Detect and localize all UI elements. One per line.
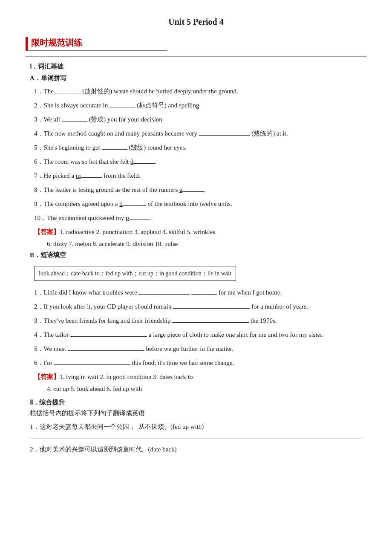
section-header: 限时规范训练 [26, 37, 366, 51]
question-B2: 2．If you look after it, your CD player s… [34, 301, 366, 312]
question-A2: 2．She is always accurate in (标点符号) and s… [34, 100, 366, 111]
blank-A8 [182, 185, 204, 192]
blank-A4 [199, 129, 250, 136]
blank-B2 [173, 302, 250, 309]
question-A1: 1．The (放射性的) waste should be buried deep… [34, 86, 366, 97]
section-header-text: 限时规范训练 [26, 37, 167, 51]
answer-label-A: 【答案】 [34, 228, 60, 235]
blank-B1b [191, 288, 217, 295]
blank-A3 [62, 115, 87, 121]
main-divider [26, 56, 366, 57]
answer-label-B: 【答案】 [34, 373, 60, 380]
part-I-label: Ⅰ．词汇基础 [30, 63, 366, 71]
question-B6: 6．I'm this food; it's time we had some c… [34, 357, 366, 369]
blank-B3 [172, 316, 249, 323]
answers-B-line2: 4. cut up 5. look ahead 6. fed up with [47, 385, 366, 393]
question-B5: 5．We must before we go further in the ma… [34, 343, 366, 355]
question-B3: 3．They've been friends for long and thei… [34, 315, 366, 327]
part-II-label: Ⅱ．综合提升 [30, 399, 366, 407]
blank-A6 [133, 157, 155, 164]
question-A3: 3．We all (赞成) you for your decision. [34, 114, 366, 125]
blank-B4 [70, 330, 147, 337]
answer-block-A: 【答案】1. radioactive 2. punctuation 3. app… [34, 228, 366, 236]
question-A5: 5．She's beginning to get (皱纹) round her … [34, 142, 366, 153]
blank-A9 [123, 199, 146, 206]
part-A-label: A．单词拼写 [30, 74, 366, 82]
question-II1: 1．这对老夫妻每天都去同一个公园， 从不厌烦。(fed up with) [30, 421, 366, 433]
question-A10: 10．The excitement quickened my p. [34, 212, 366, 224]
blank-A10 [129, 213, 150, 220]
blank-A7 [81, 171, 102, 178]
blank-A5 [102, 143, 127, 150]
question-A4: 4．The new method caught on and many peas… [34, 128, 366, 139]
question-II2: 2．他对美术的兴趣可以追溯到孩童时代。(date back) [30, 443, 366, 456]
phrase-box: look ahead；date back to；fed up with；cut … [34, 266, 236, 281]
question-B4: 4．The tailor a large piece of cloth to m… [34, 329, 366, 341]
part-B-label: B．短语填空 [30, 251, 366, 259]
blank-A1 [55, 87, 81, 93]
instruction-II: 根据括号内的提示将下列句子翻译成英语 [30, 409, 366, 417]
blank-A2 [110, 101, 135, 107]
page-title: Unit 5 Period 4 [26, 17, 366, 27]
question-A6: 6．The room was so hot that she felt d. [34, 156, 366, 168]
blank-B6 [54, 358, 130, 365]
question-B1: 1．Little did I know what troubles were f… [34, 287, 366, 298]
answers-A-line2: 6. dizzy 7. melon 8. accelerate 9. divis… [47, 240, 366, 248]
blank-B5 [68, 344, 144, 351]
answers-A-line1: 1. radioactive 2. punctuation 3. applaud… [60, 228, 215, 235]
answer-block-B: 【答案】1. lying in wait 2. in good conditio… [34, 373, 366, 381]
blank-B1a [138, 288, 190, 295]
question-A7: 7．He picked a m from the field. [34, 170, 366, 182]
question-A8: 8．The leader is losing ground as the res… [34, 184, 366, 196]
answer-line-II1 [30, 435, 362, 439]
question-A9: 9．The compilers agreed upon a d of the t… [34, 198, 366, 210]
answers-B-line1: 1. lying in wait 2. in good condition 3.… [60, 373, 193, 380]
